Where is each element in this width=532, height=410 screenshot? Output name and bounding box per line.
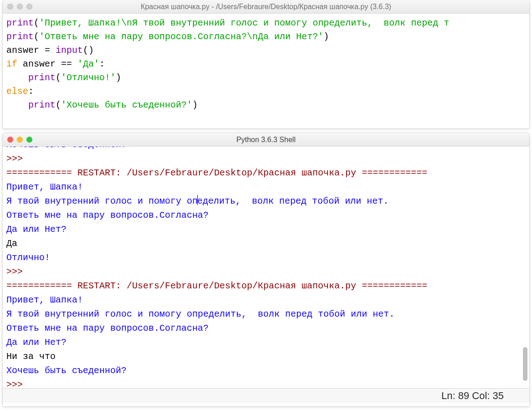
code-token: print — [6, 18, 34, 28]
minimize-icon[interactable] — [17, 4, 23, 10]
shell-line: Я твой внутренний голос и помогу определ… — [6, 309, 394, 319]
code-token: ) — [192, 100, 198, 110]
shell-titlebar[interactable]: Python 3.6.3 Shell — [3, 133, 529, 147]
shell-line: ============ RESTART: /Users/Febraure/De… — [6, 281, 427, 291]
code-token: answer — [6, 45, 45, 56]
editor-titlebar[interactable]: Красная шапочка.py - /Users/Febraure/Des… — [3, 0, 529, 14]
code-token: else — [6, 86, 28, 97]
code-token: ) — [116, 72, 121, 83]
shell-line: Ответь мне на пару вопросов.Согласна? — [6, 210, 209, 220]
shell-line: ============ RESTART: /Users/Febraure/De… — [6, 168, 427, 178]
code-token: if — [6, 59, 17, 69]
code-token: 'Ответь мне на пару вопросов.Согласна?\n… — [39, 31, 323, 42]
shell-line: Хочешь быть съеденной? — [6, 147, 127, 150]
code-token: input — [56, 45, 83, 56]
scrollbar-thumb[interactable] — [523, 347, 527, 381]
shell-line: Привет, Шапка! — [6, 182, 83, 192]
traffic-lights — [7, 137, 32, 143]
close-icon[interactable] — [7, 4, 13, 10]
code-token: () — [83, 45, 94, 56]
code-token: 'Отлично!' — [61, 72, 116, 83]
code-token — [6, 100, 28, 110]
close-icon[interactable] — [7, 137, 13, 143]
shell-line: Ответь мне на пару вопросов.Согласна? — [6, 323, 209, 333]
code-token: answer == — [17, 59, 77, 69]
code-token: : — [99, 59, 105, 69]
code-token: ) — [323, 31, 329, 42]
code-token: print — [6, 31, 34, 42]
shell-line: Да или Нет? — [6, 337, 66, 348]
shell-input: Ни за что — [6, 351, 56, 362]
zoom-icon[interactable] — [26, 137, 32, 143]
code-token: print — [28, 72, 56, 83]
editor-body[interactable]: print('Привет, Шапка!\nЯ твой внутренний… — [3, 14, 529, 112]
shell-prompt: >>> — [6, 154, 28, 164]
code-token: 'Да' — [77, 59, 99, 69]
shell-line: Отлично! — [6, 252, 50, 263]
editor-window: Красная шапочка.py - /Users/Febraure/Des… — [3, 0, 529, 128]
shell-body[interactable]: Хочешь быть съеденной?>>> ============ R… — [3, 147, 529, 388]
minimize-icon[interactable] — [17, 137, 23, 143]
shell-line: Я твой внутренний голос и помогу оп — [6, 196, 198, 206]
shell-window: Python 3.6.3 Shell Хочешь быть съеденной… — [3, 133, 529, 406]
shell-input: Да — [6, 238, 17, 249]
shell-line: еделить, волк перед тобой или нет. — [197, 196, 389, 206]
code-token: ( — [56, 72, 61, 83]
shell-line: Привет, Шапка! — [6, 295, 83, 305]
code-token: : — [28, 86, 34, 97]
code-token: 'Привет, Шапка!\nЯ твой внутренний голос… — [39, 18, 449, 28]
code-token: = — [45, 45, 56, 56]
code-token: ( — [56, 100, 61, 110]
code-token: print — [28, 100, 56, 110]
shell-line: Да или Нет? — [6, 224, 66, 235]
code-token: ( — [34, 18, 39, 28]
zoom-icon[interactable] — [26, 4, 32, 10]
shell-prompt: >>> — [6, 379, 28, 388]
code-token — [6, 72, 28, 83]
shell-statusbar: Ln: 89 Col: 35 — [3, 388, 529, 403]
editor-title: Красная шапочка.py - /Users/Febraure/Des… — [3, 3, 529, 11]
code-token: 'Хочешь быть съеденной?' — [61, 100, 192, 110]
traffic-lights — [7, 4, 32, 10]
shell-title: Python 3.6.3 Shell — [3, 136, 529, 144]
shell-prompt: >>> — [6, 266, 28, 277]
scrollbar[interactable] — [521, 147, 528, 388]
code-token: ( — [34, 31, 39, 42]
shell-line: Хочешь быть съеденной? — [6, 365, 127, 376]
cursor-position: Ln: 89 Col: 35 — [441, 390, 504, 402]
